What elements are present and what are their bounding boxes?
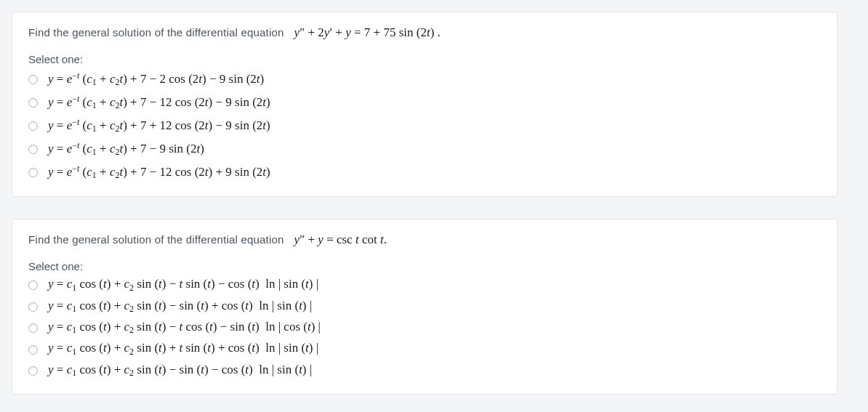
option-radio[interactable] xyxy=(28,98,38,108)
select-one-label: Select one: xyxy=(28,260,821,272)
option-row[interactable]: y = e−t (c1 + c2t) + 7 − 12 cos (2t) + 9… xyxy=(28,163,821,182)
prompt-text: Find the general solution of the differe… xyxy=(28,26,284,39)
option-radio[interactable] xyxy=(28,145,38,154)
option-radio[interactable] xyxy=(28,168,38,177)
option-equation: y = e−t (c1 + c2t) + 7 − 9 sin (2t) xyxy=(48,140,204,158)
option-equation: y = c1 cos (t) + c2 sin (t) − sin (t) + … xyxy=(48,299,312,315)
option-equation: y = e−t (c1 + c2t) + 7 + 12 cos (2t) − 9… xyxy=(48,116,270,135)
option-row[interactable]: y = c1 cos (t) + c2 sin (t) − t cos (t) … xyxy=(28,320,821,336)
prompt-equation: y″ + 2y′ + y = 7 + 75 sin (2t) . xyxy=(294,25,441,40)
option-radio[interactable] xyxy=(28,366,38,376)
option-equation: y = c1 cos (t) + c2 sin (t) + t sin (t) … xyxy=(48,341,318,358)
option-radio[interactable] xyxy=(28,121,38,131)
question-card: Find the general solution of the differe… xyxy=(12,12,837,197)
option-equation: y = e−t (c1 + c2t) + 7 − 12 cos (2t) − 9… xyxy=(48,93,270,112)
option-equation: y = c1 cos (t) + c2 sin (t) − t sin (t) … xyxy=(48,277,318,294)
option-equation: y = c1 cos (t) + c2 sin (t) − t cos (t) … xyxy=(48,320,321,336)
option-radio[interactable] xyxy=(28,302,38,312)
question-prompt: Find the general solution of the differe… xyxy=(28,25,821,40)
option-radio[interactable] xyxy=(28,345,38,355)
option-equation: y = e−t (c1 + c2t) + 7 − 12 cos (2t) + 9… xyxy=(48,163,270,182)
question-card: Find the general solution of the differe… xyxy=(12,219,837,395)
option-row[interactable]: y = c1 cos (t) + c2 sin (t) − sin (t) − … xyxy=(28,363,821,379)
select-one-label: Select one: xyxy=(28,53,821,65)
option-row[interactable]: y = e−t (c1 + c2t) + 7 − 2 cos (2t) − 9 … xyxy=(28,70,821,89)
option-row[interactable]: y = e−t (c1 + c2t) + 7 + 12 cos (2t) − 9… xyxy=(28,116,821,135)
option-equation: y = e−t (c1 + c2t) + 7 − 2 cos (2t) − 9 … xyxy=(48,70,264,89)
option-equation: y = c1 cos (t) + c2 sin (t) − sin (t) − … xyxy=(48,363,312,379)
option-row[interactable]: y = c1 cos (t) + c2 sin (t) − sin (t) + … xyxy=(28,299,821,315)
option-row[interactable]: y = e−t (c1 + c2t) + 7 − 12 cos (2t) − 9… xyxy=(28,93,821,112)
option-row[interactable]: y = c1 cos (t) + c2 sin (t) + t sin (t) … xyxy=(28,341,821,358)
prompt-text: Find the general solution of the differe… xyxy=(28,233,284,246)
option-radio[interactable] xyxy=(28,280,38,290)
option-radio[interactable] xyxy=(28,75,38,84)
option-row[interactable]: y = e−t (c1 + c2t) + 7 − 9 sin (2t) xyxy=(28,140,821,158)
option-radio[interactable] xyxy=(28,323,38,333)
prompt-equation: y″ + y = csc t cot t. xyxy=(294,233,387,247)
options-list: y = e−t (c1 + c2t) + 7 − 2 cos (2t) − 9 … xyxy=(28,70,821,182)
question-prompt: Find the general solution of the differe… xyxy=(28,233,821,247)
options-list: y = c1 cos (t) + c2 sin (t) − t sin (t) … xyxy=(28,277,821,379)
option-row[interactable]: y = c1 cos (t) + c2 sin (t) − t sin (t) … xyxy=(28,277,821,294)
